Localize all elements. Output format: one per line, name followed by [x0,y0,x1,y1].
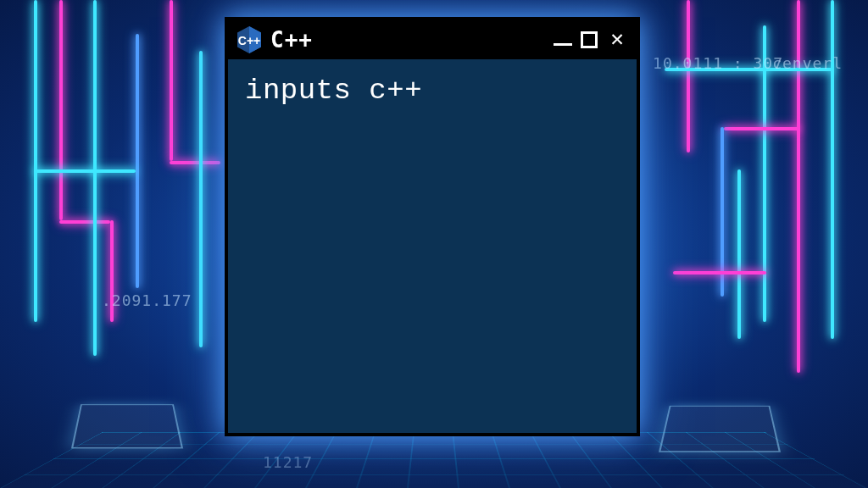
maximize-button[interactable] [581,31,598,48]
window-controls: ✕ [554,29,628,51]
bg-text-left: .2091.177 [102,291,192,309]
titlebar[interactable]: C++ C++ ✕ [228,20,637,59]
minimize-button[interactable] [554,43,572,46]
terminal-window: C++ C++ ✕ inputs c++ [225,17,640,436]
bg-text-right-2: cenverl [772,54,843,72]
cpp-icon: C++ [236,25,262,54]
terminal-text: inputs c++ [245,75,620,107]
bg-text-bottom: 11217 [263,453,313,471]
close-button[interactable]: ✕ [606,29,628,51]
terminal-content[interactable]: inputs c++ [228,59,637,433]
bg-text-right-1: 10.0111 : 307 [653,54,783,72]
svg-text:C++: C++ [238,34,260,47]
window-title: C++ [270,27,545,53]
